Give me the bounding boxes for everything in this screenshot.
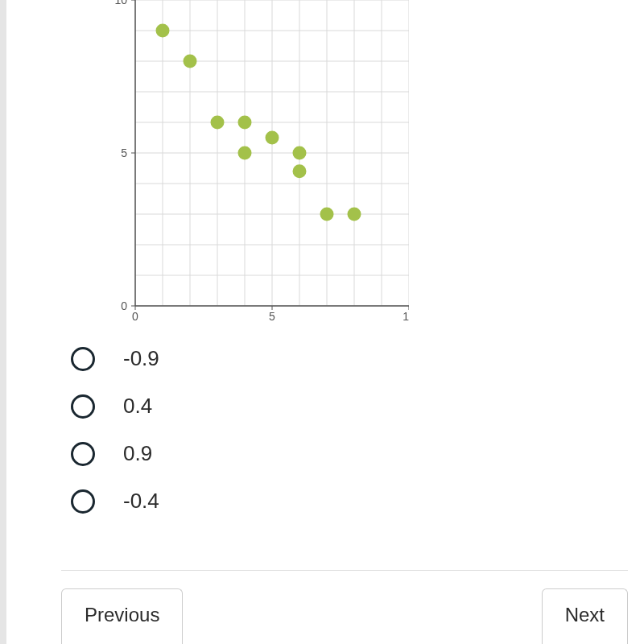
answer-option[interactable]: -0.4 (71, 489, 596, 514)
data-point (266, 131, 279, 145)
answer-option-label: 0.9 (123, 441, 152, 466)
radio-circle-icon (71, 347, 95, 371)
radio-circle-icon (71, 442, 95, 466)
answer-option-label: -0.9 (123, 346, 159, 371)
answer-option-label: -0.4 (123, 489, 159, 514)
data-point (211, 116, 225, 130)
radio-circle-icon (71, 394, 95, 419)
next-button[interactable]: Next (542, 588, 628, 644)
data-point (348, 208, 361, 221)
y-tick-label: 0 (121, 299, 127, 312)
data-point (238, 147, 252, 160)
previous-button[interactable]: Previous (61, 588, 183, 644)
x-tick-label: 10 (402, 310, 409, 322)
y-tick-label: 10 (114, 0, 127, 6)
data-point (184, 55, 197, 68)
data-point (238, 116, 252, 130)
data-point (293, 147, 307, 160)
answer-option[interactable]: 0.9 (71, 441, 596, 466)
nav-row: Previous Next (61, 570, 628, 644)
data-point (156, 24, 170, 38)
answer-option-label: 0.4 (123, 394, 152, 419)
x-tick-label: 5 (269, 310, 275, 322)
scatter-chart: 05100510 (87, 0, 393, 322)
answer-option[interactable]: -0.9 (71, 346, 596, 371)
y-tick-label: 5 (121, 147, 127, 159)
answer-options: -0.90.40.9-0.4 (71, 346, 596, 514)
data-point (293, 164, 307, 178)
x-tick-label: 0 (132, 310, 138, 322)
answer-option[interactable]: 0.4 (71, 394, 596, 419)
radio-circle-icon (71, 489, 95, 514)
data-point (320, 208, 334, 221)
